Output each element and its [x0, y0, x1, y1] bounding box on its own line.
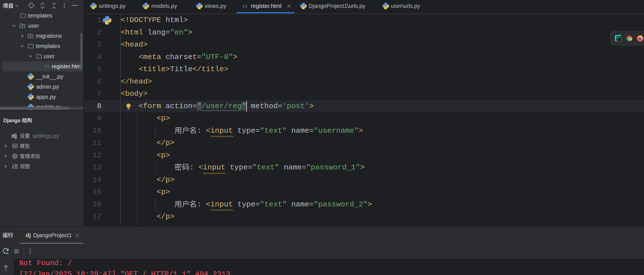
svg-text:PC: PC [617, 37, 620, 39]
